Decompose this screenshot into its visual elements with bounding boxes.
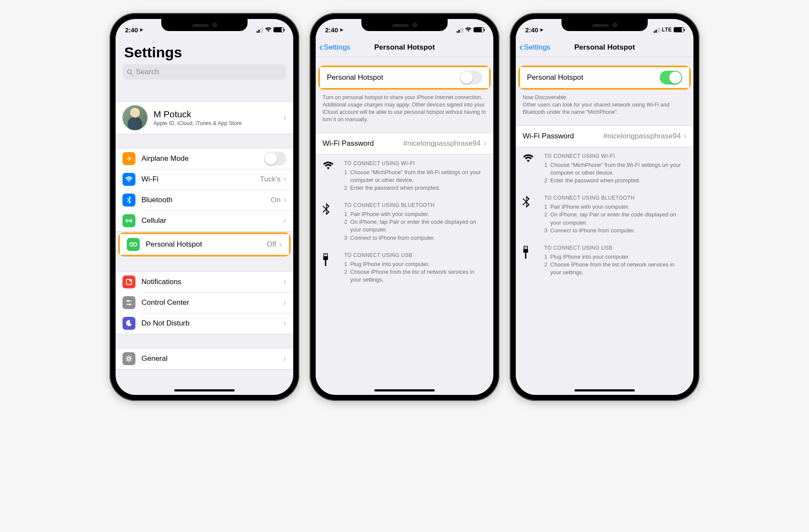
hotspot-off-footer: Turn on personal hotspot to share your i… — [316, 91, 493, 125]
chevron-right-icon: › — [283, 215, 286, 226]
instructions-bt-step-2: On iPhone, tap Pair or enter the code di… — [550, 211, 687, 226]
svg-rect-20 — [524, 249, 528, 253]
wifi-row[interactable]: Wi-Fi Tuck's › — [116, 169, 293, 190]
apple-id-row[interactable]: M Potuck Apple ID, iCloud, iTunes & App … — [116, 102, 293, 134]
nav-bar: ‹ Settings Personal Hotspot — [316, 38, 493, 57]
phone-frame-3: 2:40 ➤ LTE ‹ Settings Personal Hotspot P… — [510, 13, 699, 401]
svg-rect-16 — [325, 260, 326, 266]
bluetooth-row[interactable]: Bluetooth On › — [116, 190, 293, 210]
back-label: Settings — [524, 43, 550, 52]
usb-icon — [523, 245, 537, 277]
instructions-usb: TO CONNECT USING USB 1Plug iPhone into y… — [316, 246, 493, 288]
nav-title: Personal Hotspot — [374, 43, 435, 52]
hotspot-toggle-label: Personal Hotspot — [527, 73, 660, 82]
svg-rect-18 — [525, 247, 526, 247]
svg-rect-17 — [524, 246, 527, 249]
control-center-row[interactable]: Control Center › — [116, 292, 293, 313]
instructions-bt-step-1: Pair iPhone with your computer. — [350, 210, 430, 218]
chevron-left-icon: ‹ — [319, 41, 323, 54]
hotspot-on-footer: Now Discoverable. Other users can look f… — [516, 91, 693, 118]
general-row[interactable]: General › — [116, 348, 293, 369]
status-time: 2:40 — [525, 26, 538, 34]
phone-frame-2: 2:40 ➤ ‹ Settings Personal Hotspot Perso — [310, 13, 499, 401]
chevron-right-icon: › — [283, 174, 286, 185]
wifi-icon — [323, 160, 337, 192]
hotspot-label: Personal Hotspot — [146, 240, 267, 249]
notifications-icon — [122, 275, 135, 288]
hotspot-toggle-row[interactable]: Personal Hotspot — [520, 67, 689, 88]
notifications-row[interactable]: Notifications › — [116, 272, 293, 292]
home-indicator[interactable] — [574, 389, 635, 391]
instructions-usb-title: TO CONNECT USING USB — [344, 252, 486, 258]
chevron-right-icon: › — [283, 194, 286, 206]
search-placeholder: Search — [136, 68, 159, 76]
do-not-disturb-row[interactable]: Do Not Disturb › — [116, 313, 293, 334]
instructions-usb-title: TO CONNECT USING USB — [544, 245, 687, 251]
cellular-row[interactable]: Cellular › — [116, 210, 293, 231]
account-subtitle: Apple ID, iCloud, iTunes & App Store — [154, 120, 283, 126]
bluetooth-icon — [122, 194, 135, 207]
wifi-value: Tuck's — [260, 175, 281, 184]
screen-hotspot-off: 2:40 ➤ ‹ Settings Personal Hotspot Perso — [316, 19, 493, 395]
instructions-usb: TO CONNECT USING USB 1Plug iPhone into y… — [516, 239, 693, 281]
home-indicator[interactable] — [174, 389, 235, 391]
instructions-wifi: TO CONNECT USING WI-FI 1Choose “MichPhon… — [316, 154, 493, 197]
avatar — [122, 105, 147, 130]
wifi-status-icon — [265, 27, 272, 32]
footer-description: Other users can look for your shared net… — [523, 102, 669, 115]
svg-rect-14 — [326, 254, 327, 255]
svg-point-2 — [128, 220, 130, 222]
instructions-wifi-title: TO CONNECT USING WI-FI — [344, 160, 486, 166]
dnd-label: Do Not Disturb — [141, 319, 283, 328]
instructions-wifi: TO CONNECT USING WI-FI 1Choose “MichPhon… — [516, 147, 693, 189]
notifications-label: Notifications — [141, 278, 283, 286]
cellular-icon — [122, 214, 135, 227]
airplane-mode-row[interactable]: ✈ Airplane Mode — [116, 148, 293, 169]
hotspot-value: Off — [267, 240, 276, 249]
back-button[interactable]: ‹ Settings — [519, 41, 550, 54]
hotspot-toggle-label: Personal Hotspot — [327, 73, 460, 82]
hotspot-toggle-row[interactable]: Personal Hotspot — [320, 67, 489, 88]
hotspot-toggle[interactable] — [460, 71, 482, 84]
search-input[interactable]: Search — [122, 64, 286, 80]
svg-rect-19 — [526, 247, 527, 247]
page-title: Settings — [116, 38, 293, 64]
account-name: M Potuck — [154, 109, 283, 119]
highlight-hotspot-toggle: Personal Hotspot — [318, 66, 491, 90]
personal-hotspot-row[interactable]: Personal Hotspot Off › — [120, 234, 289, 255]
cellular-signal-icon — [654, 27, 660, 33]
bluetooth-icon — [523, 195, 537, 235]
svg-point-10 — [129, 304, 131, 305]
svg-point-8 — [127, 300, 129, 302]
chevron-right-icon: › — [283, 353, 286, 364]
home-indicator[interactable] — [374, 389, 435, 391]
network-type-label: LTE — [662, 27, 672, 33]
dnd-icon — [122, 317, 135, 330]
wifi-password-row[interactable]: Wi-Fi Password #nicelongpassphrase94 › — [316, 133, 493, 154]
cellular-signal-icon — [257, 27, 263, 33]
bluetooth-value: On — [271, 196, 281, 204]
location-arrow-icon: ➤ — [139, 27, 143, 33]
battery-icon — [273, 27, 284, 32]
wifi-password-row[interactable]: Wi-Fi Password #nicelongpassphrase94 › — [516, 126, 693, 147]
nav-title: Personal Hotspot — [574, 43, 635, 52]
control-center-icon — [122, 296, 135, 309]
general-icon — [122, 352, 135, 365]
airplane-toggle[interactable] — [264, 152, 286, 166]
instructions-usb-step-1: Plug iPhone into your computer. — [350, 260, 430, 268]
back-label: Settings — [324, 43, 350, 52]
instructions-wifi-step-1: Choose “MichPhone” from the Wi-Fi settin… — [550, 161, 687, 177]
back-button[interactable]: ‹ Settings — [319, 41, 350, 54]
status-time: 2:40 — [325, 26, 338, 34]
cellular-label: Cellular — [141, 216, 283, 225]
hotspot-toggle[interactable] — [660, 71, 682, 84]
hotspot-icon — [127, 238, 140, 251]
instructions-wifi-step-1: Choose “MichPhone” from the Wi-Fi settin… — [350, 169, 486, 184]
battery-icon — [473, 27, 484, 32]
instructions-wifi-title: TO CONNECT USING WI-FI — [544, 153, 687, 159]
svg-line-1 — [131, 73, 133, 75]
screen-settings: 2:40 ➤ Settings Search M Po — [116, 19, 293, 395]
wifi-pw-value: #nicelongpassphrase94 — [403, 139, 481, 148]
wifi-label: Wi-Fi — [141, 175, 260, 184]
instructions-bt-step-3: Connect to iPhone from computer. — [350, 234, 435, 242]
